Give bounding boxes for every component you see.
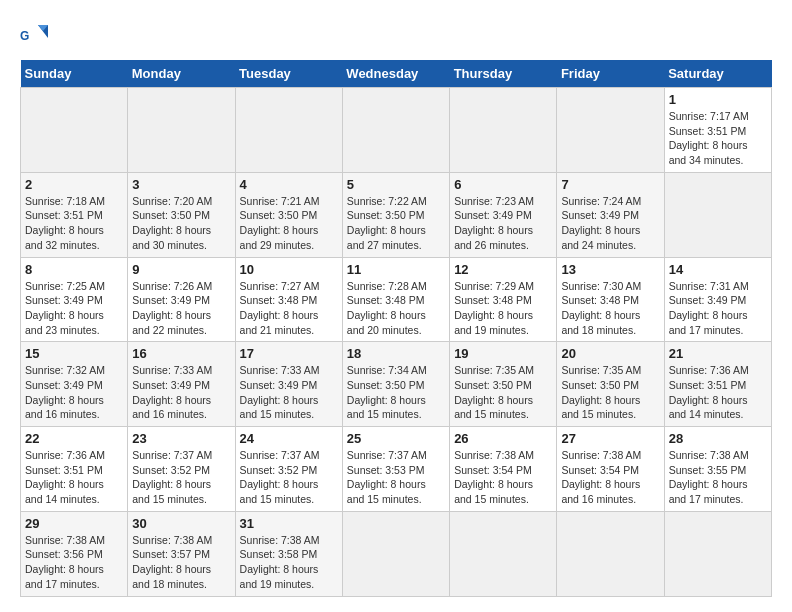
day-info: Sunrise: 7:27 AM Sunset: 3:48 PM Dayligh… xyxy=(240,279,338,338)
day-info: Sunrise: 7:38 AM Sunset: 3:55 PM Dayligh… xyxy=(669,448,767,507)
calendar-day-header: Sunday xyxy=(21,60,128,88)
day-number: 9 xyxy=(132,262,230,277)
svg-text:G: G xyxy=(20,29,29,43)
calendar-cell: 12 Sunrise: 7:29 AM Sunset: 3:48 PM Dayl… xyxy=(450,257,557,342)
day-info: Sunrise: 7:36 AM Sunset: 3:51 PM Dayligh… xyxy=(669,363,767,422)
calendar-cell: 17 Sunrise: 7:33 AM Sunset: 3:49 PM Dayl… xyxy=(235,342,342,427)
calendar-cell: 11 Sunrise: 7:28 AM Sunset: 3:48 PM Dayl… xyxy=(342,257,449,342)
calendar-cell: 14 Sunrise: 7:31 AM Sunset: 3:49 PM Dayl… xyxy=(664,257,771,342)
day-number: 20 xyxy=(561,346,659,361)
calendar-cell: 5 Sunrise: 7:22 AM Sunset: 3:50 PM Dayli… xyxy=(342,172,449,257)
day-number: 22 xyxy=(25,431,123,446)
day-info: Sunrise: 7:31 AM Sunset: 3:49 PM Dayligh… xyxy=(669,279,767,338)
calendar-cell xyxy=(342,511,449,596)
calendar-cell xyxy=(557,511,664,596)
calendar-cell xyxy=(128,88,235,173)
day-number: 5 xyxy=(347,177,445,192)
calendar-cell: 26 Sunrise: 7:38 AM Sunset: 3:54 PM Dayl… xyxy=(450,427,557,512)
day-number: 24 xyxy=(240,431,338,446)
calendar-cell xyxy=(557,88,664,173)
calendar-cell: 20 Sunrise: 7:35 AM Sunset: 3:50 PM Dayl… xyxy=(557,342,664,427)
day-number: 14 xyxy=(669,262,767,277)
day-number: 8 xyxy=(25,262,123,277)
calendar-cell: 28 Sunrise: 7:38 AM Sunset: 3:55 PM Dayl… xyxy=(664,427,771,512)
calendar-day-header: Wednesday xyxy=(342,60,449,88)
calendar-cell: 4 Sunrise: 7:21 AM Sunset: 3:50 PM Dayli… xyxy=(235,172,342,257)
calendar-cell xyxy=(235,88,342,173)
day-number: 27 xyxy=(561,431,659,446)
calendar-cell: 13 Sunrise: 7:30 AM Sunset: 3:48 PM Dayl… xyxy=(557,257,664,342)
calendar-cell: 22 Sunrise: 7:36 AM Sunset: 3:51 PM Dayl… xyxy=(21,427,128,512)
calendar-cell xyxy=(450,88,557,173)
day-info: Sunrise: 7:23 AM Sunset: 3:49 PM Dayligh… xyxy=(454,194,552,253)
day-number: 12 xyxy=(454,262,552,277)
calendar-cell xyxy=(342,88,449,173)
day-info: Sunrise: 7:37 AM Sunset: 3:53 PM Dayligh… xyxy=(347,448,445,507)
day-info: Sunrise: 7:18 AM Sunset: 3:51 PM Dayligh… xyxy=(25,194,123,253)
day-info: Sunrise: 7:35 AM Sunset: 3:50 PM Dayligh… xyxy=(561,363,659,422)
day-info: Sunrise: 7:21 AM Sunset: 3:50 PM Dayligh… xyxy=(240,194,338,253)
calendar-day-header: Friday xyxy=(557,60,664,88)
day-number: 29 xyxy=(25,516,123,531)
calendar-cell: 31 Sunrise: 7:38 AM Sunset: 3:58 PM Dayl… xyxy=(235,511,342,596)
day-info: Sunrise: 7:28 AM Sunset: 3:48 PM Dayligh… xyxy=(347,279,445,338)
calendar-cell: 3 Sunrise: 7:20 AM Sunset: 3:50 PM Dayli… xyxy=(128,172,235,257)
calendar-cell: 27 Sunrise: 7:38 AM Sunset: 3:54 PM Dayl… xyxy=(557,427,664,512)
day-info: Sunrise: 7:38 AM Sunset: 3:57 PM Dayligh… xyxy=(132,533,230,592)
day-number: 15 xyxy=(25,346,123,361)
calendar-cell: 1 Sunrise: 7:17 AM Sunset: 3:51 PM Dayli… xyxy=(664,88,771,173)
calendar-cell: 23 Sunrise: 7:37 AM Sunset: 3:52 PM Dayl… xyxy=(128,427,235,512)
day-info: Sunrise: 7:32 AM Sunset: 3:49 PM Dayligh… xyxy=(25,363,123,422)
day-info: Sunrise: 7:38 AM Sunset: 3:56 PM Dayligh… xyxy=(25,533,123,592)
calendar-cell: 24 Sunrise: 7:37 AM Sunset: 3:52 PM Dayl… xyxy=(235,427,342,512)
day-info: Sunrise: 7:17 AM Sunset: 3:51 PM Dayligh… xyxy=(669,109,767,168)
calendar-cell: 29 Sunrise: 7:38 AM Sunset: 3:56 PM Dayl… xyxy=(21,511,128,596)
day-number: 26 xyxy=(454,431,552,446)
day-number: 1 xyxy=(669,92,767,107)
calendar-week-row: 22 Sunrise: 7:36 AM Sunset: 3:51 PM Dayl… xyxy=(21,427,772,512)
day-number: 16 xyxy=(132,346,230,361)
calendar-cell: 16 Sunrise: 7:33 AM Sunset: 3:49 PM Dayl… xyxy=(128,342,235,427)
day-info: Sunrise: 7:22 AM Sunset: 3:50 PM Dayligh… xyxy=(347,194,445,253)
calendar-cell xyxy=(21,88,128,173)
day-info: Sunrise: 7:33 AM Sunset: 3:49 PM Dayligh… xyxy=(132,363,230,422)
day-info: Sunrise: 7:24 AM Sunset: 3:49 PM Dayligh… xyxy=(561,194,659,253)
calendar-day-header: Monday xyxy=(128,60,235,88)
day-info: Sunrise: 7:35 AM Sunset: 3:50 PM Dayligh… xyxy=(454,363,552,422)
day-number: 10 xyxy=(240,262,338,277)
day-info: Sunrise: 7:36 AM Sunset: 3:51 PM Dayligh… xyxy=(25,448,123,507)
day-number: 19 xyxy=(454,346,552,361)
day-number: 28 xyxy=(669,431,767,446)
day-info: Sunrise: 7:25 AM Sunset: 3:49 PM Dayligh… xyxy=(25,279,123,338)
calendar-cell xyxy=(664,172,771,257)
calendar-day-header: Thursday xyxy=(450,60,557,88)
calendar-cell: 7 Sunrise: 7:24 AM Sunset: 3:49 PM Dayli… xyxy=(557,172,664,257)
calendar-cell: 30 Sunrise: 7:38 AM Sunset: 3:57 PM Dayl… xyxy=(128,511,235,596)
calendar-day-header: Saturday xyxy=(664,60,771,88)
calendar-week-row: 8 Sunrise: 7:25 AM Sunset: 3:49 PM Dayli… xyxy=(21,257,772,342)
day-number: 7 xyxy=(561,177,659,192)
calendar-cell: 21 Sunrise: 7:36 AM Sunset: 3:51 PM Dayl… xyxy=(664,342,771,427)
calendar-table: SundayMondayTuesdayWednesdayThursdayFrid… xyxy=(20,60,772,597)
day-number: 6 xyxy=(454,177,552,192)
day-info: Sunrise: 7:26 AM Sunset: 3:49 PM Dayligh… xyxy=(132,279,230,338)
calendar-day-header: Tuesday xyxy=(235,60,342,88)
day-info: Sunrise: 7:38 AM Sunset: 3:54 PM Dayligh… xyxy=(454,448,552,507)
calendar-header-row: SundayMondayTuesdayWednesdayThursdayFrid… xyxy=(21,60,772,88)
day-info: Sunrise: 7:30 AM Sunset: 3:48 PM Dayligh… xyxy=(561,279,659,338)
calendar-body: 1 Sunrise: 7:17 AM Sunset: 3:51 PM Dayli… xyxy=(21,88,772,597)
day-info: Sunrise: 7:38 AM Sunset: 3:58 PM Dayligh… xyxy=(240,533,338,592)
calendar-week-row: 15 Sunrise: 7:32 AM Sunset: 3:49 PM Dayl… xyxy=(21,342,772,427)
day-info: Sunrise: 7:37 AM Sunset: 3:52 PM Dayligh… xyxy=(132,448,230,507)
calendar-cell: 9 Sunrise: 7:26 AM Sunset: 3:49 PM Dayli… xyxy=(128,257,235,342)
calendar-cell: 8 Sunrise: 7:25 AM Sunset: 3:49 PM Dayli… xyxy=(21,257,128,342)
calendar-cell xyxy=(664,511,771,596)
day-number: 17 xyxy=(240,346,338,361)
calendar-cell: 15 Sunrise: 7:32 AM Sunset: 3:49 PM Dayl… xyxy=(21,342,128,427)
calendar-week-row: 1 Sunrise: 7:17 AM Sunset: 3:51 PM Dayli… xyxy=(21,88,772,173)
day-number: 30 xyxy=(132,516,230,531)
day-number: 11 xyxy=(347,262,445,277)
calendar-week-row: 29 Sunrise: 7:38 AM Sunset: 3:56 PM Dayl… xyxy=(21,511,772,596)
calendar-cell: 2 Sunrise: 7:18 AM Sunset: 3:51 PM Dayli… xyxy=(21,172,128,257)
logo: G xyxy=(20,20,54,50)
